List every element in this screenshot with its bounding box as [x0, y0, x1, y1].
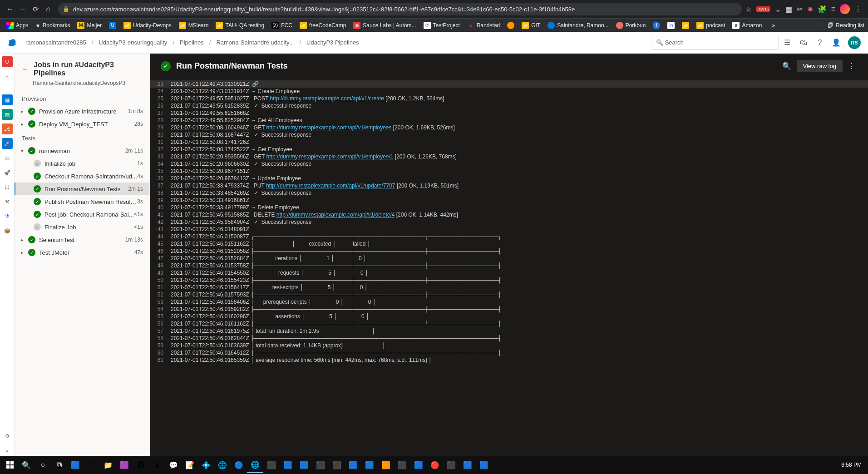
bookmark-item[interactable]: (λ)FCC: [269, 20, 295, 31]
taskbar-app[interactable]: 🟦: [410, 457, 427, 473]
taskbar-app[interactable]: 🟦: [296, 457, 312, 473]
bookmark-item[interactable]: 📁TAU- QA testing: [213, 20, 267, 31]
step-row[interactable]: ✓ Checkout Ramona-Saintandre/ud... 4s: [15, 170, 149, 183]
bookmark-item[interactable]: aAmazon: [730, 20, 764, 31]
taskbar-app[interactable]: 🟦: [459, 457, 476, 473]
job-row[interactable]: ▾ ✓ runnewman 2m 11s: [15, 144, 149, 157]
step-row[interactable]: ✓ Post-job: Checkout Ramona-Sai... <1s: [15, 208, 149, 221]
log-line[interactable]: 372021-07-01T22:50:33.4793374Z PUT http:…: [150, 182, 868, 189]
view-raw-log-button[interactable]: View raw log: [797, 60, 843, 72]
log-url[interactable]: http://dummy.restapiexample.com/api/v1/e…: [266, 124, 392, 131]
log-line[interactable]: 432021-07-01T22:50:46.0148091Z: [150, 226, 868, 233]
log-line[interactable]: 472021-07-01T22:50:46.0152884Z │ iterati…: [150, 255, 868, 262]
log-line[interactable]: 322021-07-01T22:50:08.1742522Z → Get Emp…: [150, 146, 868, 153]
job-row[interactable]: ▸ ✓ Deploy VM_Deploy_TEST 28s: [15, 118, 149, 130]
rail-add-icon[interactable]: ＋: [2, 71, 13, 82]
rail-repos-icon[interactable]: ⎇: [2, 123, 13, 134]
taskbar-app[interactable]: 🟦: [280, 457, 296, 473]
log-line[interactable]: 572021-07-01T22:50:46.0161975Z │ total r…: [150, 327, 868, 335]
user-settings-icon[interactable]: 👤: [828, 35, 844, 51]
taskbar-app[interactable]: ⬛: [329, 457, 345, 473]
rail-boards-icon[interactable]: ▤: [2, 109, 13, 120]
rail-pipelines-icon[interactable]: 🚀: [2, 138, 13, 149]
taskbar-app[interactable]: 🖼: [133, 457, 149, 473]
taskbar-app[interactable]: 🟦: [361, 457, 378, 473]
log-line[interactable]: 392021-07-01T22:50:33.4916861Z: [150, 197, 868, 204]
step-row[interactable]: ✓ Publish Postman Newman Results... 3s: [15, 195, 149, 208]
taskbar-app[interactable]: ⬛: [394, 457, 410, 473]
log-line[interactable]: 482021-07-01T22:50:46.0153758Z ├────────…: [150, 262, 868, 269]
taskbar-app[interactable]: ⬇: [149, 457, 165, 473]
taskbar-app[interactable]: 🟦: [345, 457, 361, 473]
step-row[interactable]: ○ Initialize job 1s: [15, 157, 149, 170]
log-line[interactable]: 312021-07-01T22:50:08.1741726Z: [150, 138, 868, 146]
menu-icon[interactable]: ⋮: [854, 5, 862, 14]
rail-testplans-icon[interactable]: ⚗: [2, 211, 13, 222]
log-line[interactable]: 282021-07-01T22:49:55.6252984Z → Get All…: [150, 117, 868, 124]
taskview-icon[interactable]: ⧉: [51, 457, 67, 473]
bookmark-item[interactable]: 📁: [679, 20, 692, 31]
log-line[interactable]: 412021-07-01T22:50:45.9515885Z DELETE ht…: [150, 211, 868, 218]
taskbar-app[interactable]: 🌐: [214, 457, 231, 473]
bookmark-item[interactable]: [504, 20, 517, 31]
help-icon[interactable]: ?: [812, 35, 828, 51]
log-line[interactable]: 362021-07-01T22:50:20.9678413Z → Update …: [150, 175, 868, 182]
ext-icon[interactable]: ✸: [807, 5, 813, 14]
reading-list-button[interactable]: 🗐 Reading list: [823, 22, 864, 29]
url-bar[interactable]: 🔒 dev.azure.com/ramonasaintandre0285/Uda…: [58, 3, 742, 15]
bookmark-item[interactable]: f: [650, 20, 663, 31]
breadcrumb[interactable]: Ramona-Saintandre.udacity...: [214, 39, 296, 46]
avatar[interactable]: RS: [848, 36, 861, 49]
taskbar-app[interactable]: 🔴: [427, 457, 443, 473]
bookmark-item[interactable]: ʁRandstad: [464, 20, 503, 31]
apps-button[interactable]: Apps: [4, 20, 31, 31]
log-line[interactable]: 232021-07-01T22:49:43.0130921Z 🔗: [150, 80, 868, 88]
taskbar-app[interactable]: 🟪: [116, 457, 133, 473]
more-icon[interactable]: ⋮: [846, 60, 857, 72]
chrome-icon[interactable]: 🌐: [247, 457, 263, 473]
log-body[interactable]: 232021-07-01T22:49:43.0130921Z 🔗242021-0…: [150, 79, 868, 456]
log-line[interactable]: 542021-07-01T22:50:46.0159282Z ├────────…: [150, 306, 868, 313]
bookmark-item[interactable]: Saintandre, Ramon...: [545, 20, 611, 31]
reload-button[interactable]: ⟳: [29, 3, 42, 15]
job-row[interactable]: ▸ ✓ Test JMeter 47s: [15, 246, 149, 259]
log-line[interactable]: 382021-07-01T22:50:33.4854269Z ✓ Success…: [150, 189, 868, 197]
rail-overview-icon[interactable]: ▦: [2, 94, 13, 105]
log-url[interactable]: http://dummy.restapiexample.com/api/v1/d…: [276, 212, 395, 218]
log-line[interactable]: 602021-07-01T22:50:46.0164512Z ├────────…: [150, 349, 868, 356]
link-icon[interactable]: 🔗: [252, 81, 259, 87]
taskbar-app[interactable]: 💬: [165, 457, 182, 473]
taskbar-app[interactable]: 🟦: [476, 457, 492, 473]
breadcrumb[interactable]: Pipelines: [178, 39, 206, 46]
log-line[interactable]: 352021-07-01T22:50:20.9677151Z: [150, 168, 868, 175]
forward-button[interactable]: →: [16, 3, 29, 15]
log-line[interactable]: 442021-07-01T22:50:46.0150087Z ┌────────…: [150, 233, 868, 240]
list-icon[interactable]: ☰: [779, 35, 795, 51]
breadcrumb[interactable]: UdacityP3-ensuringquality: [97, 39, 169, 46]
bookmark-item[interactable]: Porkbun: [613, 20, 649, 31]
profile-avatar-icon[interactable]: [840, 4, 850, 14]
step-row[interactable]: ✓ Run Postman/Newman Tests 2m 1s: [15, 183, 149, 195]
pocket-icon[interactable]: ⌄: [775, 5, 781, 14]
log-line[interactable]: 272021-07-01T22:49:55.6251668Z: [150, 109, 868, 117]
ext-badge[interactable]: 85915: [756, 6, 770, 12]
log-line[interactable]: 462021-07-01T22:50:46.0152058Z ├────────…: [150, 247, 868, 255]
rail-project-icon[interactable]: U: [2, 56, 13, 67]
log-line[interactable]: 512021-07-01T22:50:46.0156417Z │ test-sc…: [150, 284, 868, 291]
log-url[interactable]: http://dummy.restapiexample.com/api/v1/e…: [266, 153, 394, 160]
bookmark-item[interactable]: 📁Udacity-Devops: [121, 20, 174, 31]
back-arrow-icon[interactable]: ←: [22, 65, 29, 73]
taskbar-app[interactable]: 🗂: [84, 457, 100, 473]
taskbar-app[interactable]: ⬛: [443, 457, 459, 473]
log-line[interactable]: 342021-07-01T22:50:20.9606630Z ✓ Success…: [150, 160, 868, 168]
scissors-icon[interactable]: ✂: [797, 5, 803, 14]
bookmark-item[interactable]: 📁freeCodeCamp: [297, 20, 349, 31]
bookmark-item[interactable]: 📁GIT: [519, 20, 543, 31]
star-icon[interactable]: ☆: [745, 5, 752, 14]
bookmark-item[interactable]: in: [665, 20, 677, 31]
bookmark-item[interactable]: MMeijer: [74, 20, 104, 31]
step-row[interactable]: ○ Finalize Job <1s: [15, 221, 149, 233]
taskbar-app[interactable]: 🔵: [231, 457, 247, 473]
breadcrumb[interactable]: UdacityP3 Pipelines: [305, 39, 361, 46]
home-button[interactable]: ⌂: [42, 3, 54, 15]
